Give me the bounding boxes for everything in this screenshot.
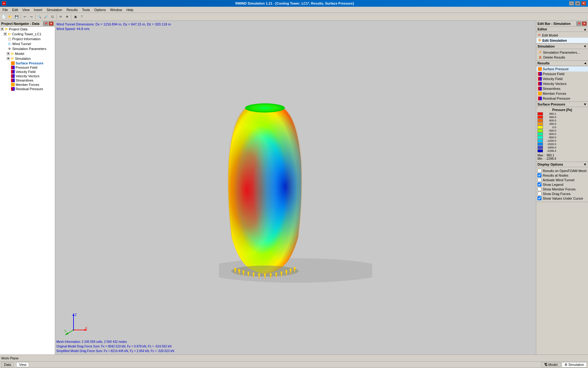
legend-color-9	[537, 143, 543, 146]
results-section-header[interactable]: Results ◄	[536, 61, 588, 66]
display-options-header[interactable]: Display Options ▼	[536, 162, 588, 167]
open-button[interactable]: 📂	[7, 14, 13, 20]
surface-pressure-legend-header[interactable]: Surface Pressure ▼	[536, 102, 588, 107]
toolbar-sep-4	[71, 14, 71, 20]
left-panel-close[interactable]: ✕	[49, 21, 54, 26]
checkbox-results-nodes: Results at Nodes	[537, 173, 587, 178]
menu-item-help[interactable]: Help	[125, 8, 135, 12]
sim-params-icon: ⚙	[539, 50, 542, 54]
editor-section-header[interactable]: Editor ▲	[536, 27, 588, 32]
undo-button[interactable]: ↩	[22, 14, 28, 20]
menu-item-edit[interactable]: Edit	[10, 8, 20, 12]
menu-item-results[interactable]: Results	[65, 8, 80, 12]
zoom-in-button[interactable]: 🔍	[36, 14, 43, 20]
new-button[interactable]: 📄	[1, 14, 7, 20]
sim-params-button[interactable]: ⚙ Simulation Parameters...	[536, 50, 588, 55]
expand-project-data[interactable]: ▼	[1, 28, 4, 31]
openfoam-mesh-checkbox[interactable]	[537, 169, 541, 173]
pan-button[interactable]: ✥	[64, 14, 70, 20]
drag-forces-checkbox[interactable]	[537, 192, 541, 196]
show-legend-checkbox[interactable]	[537, 182, 541, 186]
left-panel-pin[interactable]: 📌	[43, 21, 48, 26]
residual-pressure-result-icon	[538, 97, 542, 100]
legend-value-1: 900.0	[544, 116, 556, 119]
menu-bar: FileEditViewInsertSimulationResultsTools…	[0, 7, 588, 13]
expand-model[interactable]: ▼	[7, 52, 10, 55]
tree-surface-pressure[interactable]: Surface Pressure	[0, 61, 55, 65]
values-cursor-checkbox[interactable]	[537, 196, 541, 200]
minimize-button[interactable]: ─	[569, 1, 574, 6]
window-controls[interactable]: ─ ▭ ✕	[569, 1, 586, 6]
wind-tunnel-checkbox[interactable]	[537, 178, 541, 182]
values-cursor-label: Show Values Under Cursor	[543, 197, 583, 200]
menu-item-options[interactable]: Options	[92, 8, 108, 12]
tree-member-forces[interactable]: Member Forces	[0, 82, 55, 87]
editor-section-content: ✏ Edit Model ⚙ Edit Simulation	[536, 32, 588, 44]
results-nodes-checkbox[interactable]	[537, 173, 541, 177]
result-streamlines[interactable]: Streamlines	[536, 86, 588, 91]
result-velocity-vectors[interactable]: Velocity Vectors	[536, 81, 588, 86]
menu-item-simulation[interactable]: Simulation	[45, 8, 64, 12]
tree-velocity-field[interactable]: Velocity Field	[0, 70, 55, 74]
tree-project-data[interactable]: ▼ 📁 Project Data	[0, 27, 55, 32]
tree-streamlines[interactable]: Streamlines	[0, 78, 55, 82]
member-forces-checkbox[interactable]	[537, 187, 541, 191]
menu-item-view[interactable]: View	[21, 8, 32, 12]
zoom-fit-button[interactable]: ⊡	[49, 14, 55, 20]
legend-color-4	[537, 126, 543, 129]
viewport[interactable]: Wind Tunnel Dimensions: Dx = 1216.894 m,…	[55, 21, 536, 355]
menu-item-tools[interactable]: Tools	[80, 8, 92, 12]
legend-color-0	[537, 112, 543, 115]
legend-value-5: -300.0	[544, 129, 556, 132]
delete-results-button[interactable]: 🗑 Delete Results	[536, 55, 588, 60]
tree-simulation[interactable]: ▼ 📁 Simulation	[0, 56, 55, 61]
tree-pressure-field[interactable]: Pressure Field	[0, 65, 55, 70]
simulation-section-header[interactable]: Simulation ▼	[536, 44, 588, 49]
legend-bar-9: -1500.0	[537, 143, 587, 146]
expand-cooling-tower[interactable]: ▼	[4, 33, 7, 36]
menu-item-insert[interactable]: Insert	[32, 8, 44, 12]
tree-model[interactable]: ▼ 📁 Model	[0, 51, 55, 56]
menu-item-window[interactable]: Window	[108, 8, 124, 12]
result-surface-pressure[interactable]: Surface Pressure	[536, 67, 588, 71]
workplane-bar: Work Plane	[0, 355, 588, 361]
zoom-out-button[interactable]: 🔎	[43, 14, 49, 20]
save-button[interactable]: 💾	[13, 14, 20, 20]
right-panel-pin[interactable]: 📌	[576, 21, 581, 26]
edit-simulation-button[interactable]: ⚙ Edit Simulation	[536, 38, 588, 43]
view-tab[interactable]: View	[16, 362, 29, 367]
model-tab-label: Model	[548, 363, 558, 366]
tree-cooling-tower[interactable]: ▼ 📁 Cooling Tower_LC1	[0, 32, 55, 36]
toolbar-sep-1	[21, 14, 21, 20]
expand-simulation[interactable]: ▼	[7, 57, 10, 60]
tree-simulation-params[interactable]: ⚙ Simulation Parameters	[0, 46, 55, 51]
redo-button[interactable]: ↪	[28, 14, 34, 20]
surface-pressure-icon	[11, 61, 15, 65]
menu-item-file[interactable]: File	[1, 8, 10, 12]
result-member-forces[interactable]: Member Forces	[536, 91, 588, 96]
tree-wind-tunnel[interactable]: 💨 Wind Tunnel	[0, 41, 55, 46]
right-panel-close[interactable]: ✕	[582, 21, 587, 26]
tree-residual-pressure[interactable]: Residual Pressure	[0, 87, 55, 91]
tree-project-information[interactable]: 📋 Project Information	[0, 36, 55, 41]
view-top-button[interactable]: ⊤	[79, 14, 85, 20]
restore-button[interactable]: ▭	[575, 1, 580, 6]
data-tab[interactable]: Data	[1, 362, 14, 367]
tree-velocity-vectors[interactable]: Velocity Vectors	[0, 74, 55, 78]
edit-model-button[interactable]: ✏ Edit Model	[536, 33, 588, 38]
result-residual-pressure[interactable]: Residual Pressure	[536, 96, 588, 101]
view-3d-button[interactable]: ▣	[72, 14, 78, 20]
result-velocity-field[interactable]: Velocity Field	[536, 76, 588, 81]
tower-pressure-right	[228, 106, 302, 274]
close-button[interactable]: ✕	[581, 1, 586, 6]
legend-value-0: 960.1	[544, 112, 556, 115]
rotate-button[interactable]: ⟳	[58, 14, 64, 20]
legend-color-8	[537, 139, 543, 142]
result-pressure-field[interactable]: Pressure Field	[536, 71, 588, 76]
sim-collapse-icon: ▼	[583, 44, 587, 48]
simulation-tab[interactable]: ⚙ Simulation	[562, 362, 587, 367]
display-options-expand-icon: ▼	[583, 163, 587, 166]
model-tab[interactable]: 🏗 Model	[541, 362, 560, 367]
legend-bar-10: -1800.0	[537, 146, 587, 149]
project-info-icon: 📋	[7, 37, 12, 41]
